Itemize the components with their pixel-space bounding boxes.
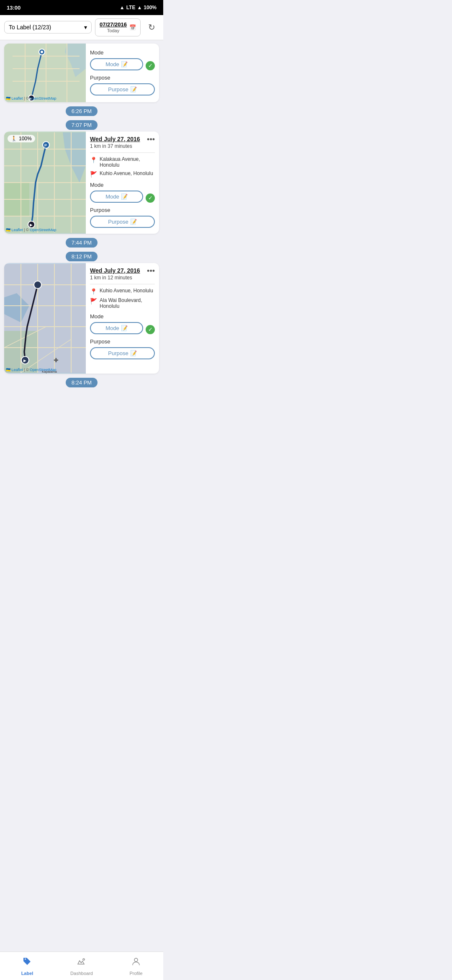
divider-1	[90, 152, 155, 153]
trip-card-partial: ▶ 🇺🇦 Leaflet | © OpenStreetMap Mode Mode…	[4, 44, 159, 102]
trip-menu-1[interactable]: •••	[147, 136, 155, 143]
status-icons: ▲ LTE ▲ 100%	[120, 5, 157, 10]
purpose-edit-icon: 📝	[130, 86, 137, 93]
time-text-812: 8:12 PM	[66, 252, 98, 261]
purpose-button-partial[interactable]: Purpose 📝	[90, 83, 155, 95]
purpose-label-1: Purpose	[108, 219, 128, 225]
to-location-2: 🚩 Ala Wai Boulevard, Honolulu	[90, 297, 155, 309]
trip-duration-2: 1 km in 12 minutes	[90, 275, 140, 281]
leaflet-link-2[interactable]: Leaflet	[12, 368, 23, 372]
to-text-2: Ala Wai Boulevard, Honolulu	[100, 297, 155, 309]
to-icon-2: 🚩	[90, 298, 97, 304]
time-text-824: 8:24 PM	[66, 378, 98, 387]
trip-list: ▶ 🇺🇦 Leaflet | © OpenStreetMap Mode Mode…	[0, 40, 163, 423]
mode-label-2: Mode	[105, 325, 119, 331]
from-icon-1: 📍	[90, 157, 97, 163]
mode-button-1[interactable]: Mode 📝	[90, 191, 143, 203]
mode-row-1: Mode 📝 ✓	[90, 191, 155, 203]
trip-date-2: Wed July 27, 2016	[90, 267, 140, 274]
purpose-btn-label: Purpose	[108, 86, 128, 93]
svg-text:▶: ▶	[30, 223, 33, 227]
to-text-1: Kuhio Avenue, Honolulu	[100, 170, 153, 176]
mode-check-partial: ✓	[146, 61, 155, 70]
mode-check-1: ✓	[146, 193, 155, 203]
trip-info-2: Wed July 27, 2016 1 km in 12 minutes •••…	[86, 263, 159, 374]
header: To Label (12/23) ▾ 07/27/2016 Today 📅 ↻	[0, 15, 163, 40]
leaflet-link[interactable]: Leaflet	[12, 96, 23, 101]
purpose-button-1[interactable]: Purpose 📝	[90, 216, 155, 228]
filter-chevron: ▾	[84, 24, 87, 31]
mode-section-1: Mode	[90, 182, 155, 188]
trip-header-left: Wed July 27, 2016 1 km in 37 minutes	[90, 136, 140, 149]
status-time: 13:00	[7, 5, 21, 11]
time-text-744: 7:44 PM	[66, 238, 98, 248]
svg-point-41	[34, 281, 41, 289]
trip-map-1: P ▶ 🚶 100% 🇺🇦 Leaflet | © OpenStreetMap	[4, 132, 86, 234]
refresh-icon: ↻	[148, 22, 155, 32]
to-icon-1: 🚩	[90, 171, 97, 178]
svg-text:P: P	[44, 143, 47, 147]
mode-label-partial: Mode	[90, 49, 155, 56]
map-credit-partial: 🇺🇦 Leaflet | © OpenStreetMap	[6, 96, 56, 101]
trip-card-1: P ▶ 🚶 100% 🇺🇦 Leaflet | © OpenStreetMap …	[4, 132, 159, 234]
trip-date-1: Wed July 27, 2016	[90, 136, 140, 142]
trip-menu-2[interactable]: •••	[147, 267, 155, 275]
from-location-2: 📍 Kuhio Avenue, Honolulu	[90, 288, 155, 295]
mode-button-partial[interactable]: Mode 📝	[90, 58, 143, 70]
trip-header-1: Wed July 27, 2016 1 km in 37 minutes •••	[90, 136, 155, 149]
mode-row-partial: Mode 📝 ✓	[90, 58, 155, 70]
osm-link[interactable]: OpenStreetMap	[30, 96, 56, 101]
mode-label-1: Mode	[105, 193, 119, 200]
map-credit-2: 🇺🇦 Leaflet | © OpenStreetMap	[6, 368, 56, 372]
svg-text:✚: ✚	[54, 357, 59, 364]
trip-duration-1: 1 km in 37 minutes	[90, 143, 140, 149]
purpose-section-1: Purpose	[90, 207, 155, 213]
trip-map-partial: ▶ 🇺🇦 Leaflet | © OpenStreetMap	[4, 44, 86, 102]
mode-icon-1: 📝	[121, 193, 128, 200]
trip-card-2: ▶ ✚ Kapalama 🇺🇦 Leaflet | © OpenStreetMa…	[4, 263, 159, 374]
mode-row-2: Mode 📝 ✓	[90, 322, 155, 334]
osm-link-2[interactable]: OpenStreetMap	[30, 368, 56, 372]
trip-header-left-2: Wed July 27, 2016 1 km in 12 minutes	[90, 267, 140, 281]
filter-dropdown[interactable]: To Label (12/23) ▾	[4, 21, 92, 34]
divider-2	[90, 284, 155, 284]
time-bubble-707: 7:07 PM	[0, 120, 163, 130]
mode-check-2: ✓	[146, 325, 155, 334]
time-bubble-626: 6:26 PM	[0, 106, 163, 116]
date-picker[interactable]: 07/27/2016 Today 📅	[95, 18, 141, 36]
mode-edit-icon: 📝	[121, 61, 128, 67]
trip-info-partial: Mode Mode 📝 ✓ Purpose Purpose 📝	[86, 44, 159, 102]
purpose-label-partial: Purpose	[90, 75, 155, 81]
lte-icon: LTE	[126, 5, 136, 10]
purpose-icon-1: 📝	[130, 219, 137, 225]
time-bubble-812: 8:12 PM	[0, 252, 163, 261]
trip-map-2: ▶ ✚ Kapalama 🇺🇦 Leaflet | © OpenStreetMa…	[4, 263, 86, 374]
calendar-icon: 📅	[129, 24, 136, 31]
refresh-button[interactable]: ↻	[144, 20, 159, 35]
walk-icon: 🚶	[11, 136, 17, 142]
time-text-626: 6:26 PM	[66, 106, 98, 116]
from-location-1: 📍 Kalakaua Avenue, Honolulu	[90, 156, 155, 168]
mode-button-2[interactable]: Mode 📝	[90, 322, 143, 334]
from-text-2: Kuhio Avenue, Honolulu	[100, 288, 153, 294]
purpose-button-2[interactable]: Purpose 📝	[90, 347, 155, 359]
purpose-label-2: Purpose	[108, 350, 128, 356]
mode-section-2: Mode	[90, 313, 155, 320]
filter-label: To Label (12/23)	[9, 24, 51, 31]
walk-badge-1: 🚶 100%	[8, 135, 35, 142]
from-icon-2: 📍	[90, 288, 97, 295]
time-bubble-824: 8:24 PM	[0, 378, 163, 387]
battery-icon: 100%	[144, 5, 157, 10]
walk-percent: 100%	[19, 136, 32, 142]
signal-icon: ▲	[137, 5, 142, 10]
purpose-section-2: Purpose	[90, 338, 155, 345]
svg-text:▶: ▶	[23, 358, 26, 363]
status-bar: 13:00 ▲ LTE ▲ 100%	[0, 0, 163, 15]
time-bubble-744: 7:44 PM	[0, 238, 163, 248]
from-text-1: Kalakaua Avenue, Honolulu	[100, 156, 155, 168]
wifi-icon: ▲	[120, 5, 125, 10]
leaflet-link-1[interactable]: Leaflet	[12, 228, 23, 232]
time-text-707: 7:07 PM	[66, 120, 98, 130]
osm-link-1[interactable]: OpenStreetMap	[30, 228, 56, 232]
mode-btn-label: Mode	[105, 61, 119, 67]
